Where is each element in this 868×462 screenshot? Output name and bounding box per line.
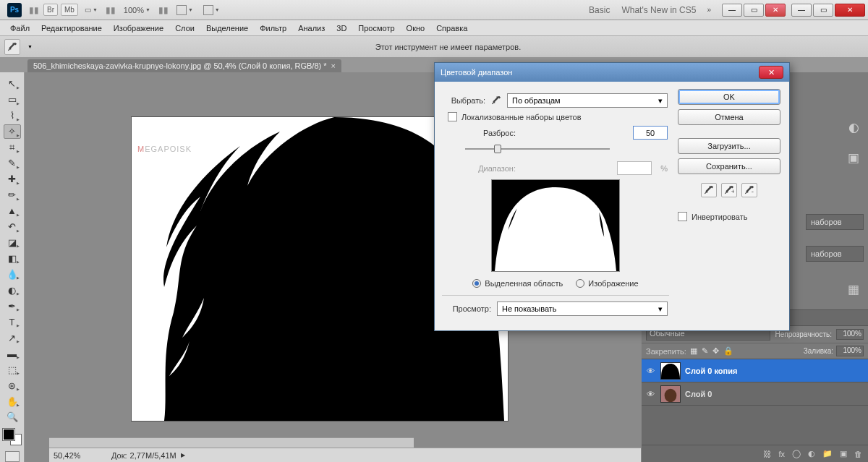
- tool-flyout-caret[interactable]: ▼: [27, 44, 33, 49]
- titlebar-btn-mb[interactable]: Mb: [61, 4, 78, 16]
- pen-tool[interactable]: ✒▶: [4, 299, 21, 313]
- delete-layer-icon[interactable]: 🗑: [854, 450, 862, 458]
- lock-transparent-icon[interactable]: ▦: [690, 346, 697, 356]
- eyedropper-tool[interactable]: ✎▶: [4, 156, 21, 171]
- path-select-tool[interactable]: ↗▶: [4, 330, 21, 345]
- dodge-tool[interactable]: ◐▶: [4, 283, 21, 297]
- menu-3d[interactable]: 3D: [331, 22, 352, 35]
- panel-icon-2[interactable]: ▣: [848, 150, 859, 166]
- new-layer-icon[interactable]: ▣: [840, 449, 847, 458]
- menu-file[interactable]: Файл: [4, 22, 35, 35]
- workspace-basic-link[interactable]: Basic: [589, 5, 610, 15]
- eyedropper-sample-button[interactable]: [701, 183, 717, 197]
- radio-image[interactable]: [576, 279, 584, 288]
- layer-style-icon[interactable]: fx: [778, 450, 785, 458]
- layer-thumbnail[interactable]: [660, 385, 681, 403]
- eyedropper-add-button[interactable]: +: [721, 183, 737, 197]
- hand-tool[interactable]: ✋▶: [4, 394, 21, 408]
- ok-button[interactable]: OK: [678, 89, 780, 105]
- adjustment-layer-icon[interactable]: ◐: [808, 449, 815, 458]
- 3d-camera-tool[interactable]: ⊛▶: [4, 378, 21, 393]
- document-tab-close-icon[interactable]: ×: [331, 61, 336, 70]
- color-swatches[interactable]: [3, 429, 22, 445]
- save-button[interactable]: Сохранить...: [678, 158, 780, 174]
- brush-tool[interactable]: ✏▶: [4, 188, 21, 202]
- menu-layers[interactable]: Слои: [169, 22, 200, 35]
- fuzziness-slider[interactable]: [465, 144, 610, 154]
- magic-wand-tool[interactable]: ✧▶: [4, 124, 21, 139]
- gradient-tool[interactable]: ◧▶: [4, 251, 21, 265]
- type-tool[interactable]: T▶: [4, 315, 21, 329]
- opacity-input[interactable]: 100%: [836, 329, 864, 340]
- fuzziness-input[interactable]: 50: [633, 126, 668, 140]
- eraser-tool[interactable]: ◪▶: [4, 236, 21, 250]
- blur-tool[interactable]: 💧▶: [4, 267, 21, 281]
- lock-all-icon[interactable]: 🔒: [723, 346, 733, 356]
- menu-filter[interactable]: Фильтр: [254, 22, 292, 35]
- doc-restore-button[interactable]: ▭: [744, 4, 764, 17]
- current-tool-icon[interactable]: [4, 39, 20, 55]
- healing-tool[interactable]: ✚▶: [4, 172, 21, 187]
- 3d-tool[interactable]: ⬚▶: [4, 362, 21, 377]
- eyedropper-subtract-button[interactable]: -: [741, 183, 757, 197]
- panel-icon-3[interactable]: ▦: [848, 282, 859, 297]
- move-tool[interactable]: ↖▶: [4, 77, 21, 91]
- localized-checkbox[interactable]: [448, 112, 457, 121]
- quick-mask-toggle[interactable]: [5, 451, 20, 462]
- dialog-close-button[interactable]: ✕: [759, 66, 783, 79]
- menu-edit[interactable]: Редактирование: [35, 22, 108, 35]
- layer-visibility-icon[interactable]: 👁: [644, 367, 656, 375]
- menu-help[interactable]: Справка: [430, 22, 473, 35]
- menu-select[interactable]: Выделение: [200, 22, 254, 35]
- link-layers-icon[interactable]: ⛓: [763, 450, 771, 458]
- menu-window[interactable]: Окно: [401, 22, 431, 35]
- select-dropdown[interactable]: По образцам▾: [507, 93, 668, 108]
- layer-row[interactable]: 👁 Слой 0: [642, 382, 868, 406]
- load-button[interactable]: Загрузить...: [678, 138, 780, 154]
- fill-input[interactable]: 100%: [836, 346, 864, 356]
- layer-visibility-icon[interactable]: 👁: [644, 390, 656, 398]
- document-tab[interactable]: 506_khimicheskaya-zavivka-krupnye-lokony…: [27, 59, 341, 72]
- cancel-button[interactable]: Отмена: [678, 109, 780, 125]
- stamp-tool[interactable]: ▲▶: [4, 204, 21, 218]
- dialog-titlebar[interactable]: Цветовой диапазон ✕: [435, 63, 789, 82]
- app-maximize-button[interactable]: ▭: [813, 4, 833, 17]
- status-flyout-icon[interactable]: ▶: [181, 452, 185, 458]
- foreground-color-swatch[interactable]: [3, 429, 14, 440]
- titlebar-arrange-dropdown[interactable]: ▼: [173, 3, 197, 17]
- app-close-button[interactable]: ✕: [835, 4, 865, 17]
- app-minimize-button[interactable]: —: [791, 4, 812, 17]
- titlebar-screenmode-dropdown[interactable]: ▼: [200, 3, 224, 17]
- layer-row[interactable]: 👁 Слой 0 копия: [642, 359, 868, 382]
- titlebar-zoom-dropdown[interactable]: 100%▼: [120, 4, 154, 17]
- doc-minimize-button[interactable]: —: [722, 4, 742, 17]
- slider-thumb[interactable]: [494, 145, 501, 153]
- layer-mask-icon[interactable]: ◯: [792, 449, 801, 458]
- titlebar-docmode-dropdown[interactable]: ▭▼: [81, 4, 101, 16]
- radio-selection[interactable]: [472, 279, 481, 288]
- doc-close-button[interactable]: ✕: [765, 4, 786, 17]
- shape-tool[interactable]: ▬▶: [4, 346, 21, 361]
- workspace-chevron-icon[interactable]: »: [703, 4, 715, 16]
- panel-row-sets-1[interactable]: наборов: [806, 214, 864, 230]
- invert-checkbox[interactable]: [678, 212, 687, 221]
- lasso-tool[interactable]: ⌇▶: [4, 108, 21, 123]
- horizontal-scrollbar[interactable]: [49, 437, 414, 448]
- lock-position-icon[interactable]: ✥: [712, 346, 719, 356]
- menu-image[interactable]: Изображение: [108, 22, 169, 35]
- panel-row-sets-2[interactable]: наборов: [806, 246, 864, 262]
- workspace-whatsnew-link[interactable]: What's New in CS5: [621, 5, 696, 15]
- menu-view[interactable]: Просмотр: [352, 22, 400, 35]
- preview-dropdown[interactable]: Не показывать▾: [497, 301, 668, 316]
- layer-group-icon[interactable]: 📁: [822, 449, 833, 458]
- history-brush-tool[interactable]: ↶▶: [4, 220, 21, 234]
- layer-thumbnail[interactable]: [660, 362, 681, 380]
- lock-pixels-icon[interactable]: ✎: [702, 346, 708, 356]
- titlebar-btn-br[interactable]: Br: [43, 4, 58, 16]
- zoom-tool[interactable]: 🔍: [4, 410, 21, 424]
- marquee-tool[interactable]: ▭▶: [4, 93, 21, 107]
- panel-icon-1[interactable]: ◐: [848, 120, 859, 135]
- status-zoom[interactable]: 50,42%: [54, 451, 97, 460]
- crop-tool[interactable]: ⌗▶: [4, 140, 21, 155]
- menu-analysis[interactable]: Анализ: [292, 22, 331, 35]
